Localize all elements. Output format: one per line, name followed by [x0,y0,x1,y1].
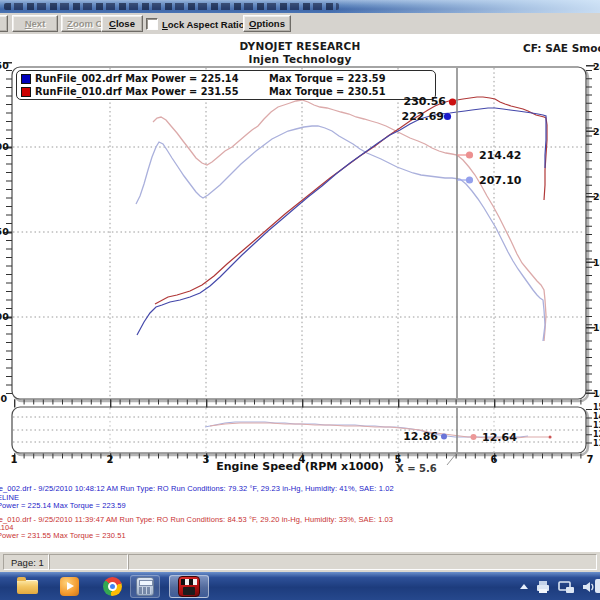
run2-info-line3: Power = 231.55 Max Torque = 230.51 [0,531,126,540]
report-subtitle: Injen Technology [0,53,600,65]
lock-aspect-ratio-checkbox[interactable] [146,18,158,30]
taskbar-chrome-button[interactable] [97,575,127,598]
legend-swatch-run002 [21,74,31,84]
y-left-tick-50: 50 [0,393,7,404]
y-left-tick-250: 250 [0,60,7,71]
legend-run002-torque: Max Torque = 223.59 [269,73,386,84]
close-button-label: Close [102,18,142,29]
y-right-tick-240: 240 [593,61,600,72]
system-tray [520,575,596,598]
window-title [4,3,339,10]
report-company: DYNOJET RESEARCH [0,40,600,52]
window-titlebar[interactable] [0,0,600,13]
legend-run002-power: RunFile_002.drf Max Power = 225.14 [35,73,269,84]
afr-run010-value: 12.64 [482,431,517,444]
report-page [0,34,600,551]
y-right-tick-140: 140 [593,388,600,399]
x-tick-7: 7 [580,454,600,465]
y-right-tick-160: 160 [593,322,600,333]
afr-right-tick-13: 13 [593,421,600,430]
y-right-tick-180: 180 [593,257,600,268]
status-page-cell: Page: 1 [3,554,49,570]
volume-icon[interactable] [582,580,596,594]
afr-right-tick-11: 11 [593,439,600,448]
status-bar: Page: 1 [0,551,600,573]
y-right-tick-220: 220 [593,126,600,137]
legend-run010-torque: Max Torque = 230.51 [269,86,386,97]
lock-aspect-ratio-label[interactable]: Lock Aspect Ratio [162,19,245,30]
prev-button[interactable] [0,15,8,32]
toolbar: Next Zoom Out Close Lock Aspect Ratio Op… [0,13,600,35]
legend-row-run010: RunFile_010.drf Max Power = 231.55 Max T… [21,85,435,98]
legend-swatch-run010 [21,87,31,97]
afr-run002-value: 12.86 [398,430,438,443]
x-tick-2: 2 [100,454,120,465]
y-left-tick-100: 100 [0,311,7,322]
status-cell-2 [49,554,128,570]
status-page-label: Page: 1 [11,557,44,568]
media-player-icon [60,577,79,596]
network-display-icon[interactable] [558,580,575,594]
dynojet-app-icon [178,576,200,597]
x-tick-5: 5 [388,454,408,465]
taskbar [0,572,600,600]
printer-icon[interactable] [535,580,551,594]
run2-info-line1: le_010.drf - 9/25/2010 11:39:47 AM Run T… [0,515,393,524]
afr-right-tick-12: 12 [593,430,600,439]
x-tick-4: 4 [292,454,312,465]
screen: { "window": { "title_legible": false }, … [0,0,600,600]
legend-row-run002: RunFile_002.drf Max Power = 225.14 Max T… [21,72,435,85]
run1-info-line3: Power = 225.14 Max Torque = 223.59 [0,501,126,510]
taskbar-dynojet-button[interactable] [169,575,209,598]
x-tick-3: 3 [196,454,216,465]
folder-icon [17,580,38,594]
options-button-label: Options [244,18,290,29]
next-button-label: Next [13,18,57,29]
torque-run002-value: 207.10 [479,174,521,187]
y-left-tick-150: 150 [0,226,7,237]
taskbar-calculator-button[interactable] [130,575,160,598]
taskbar-media-player-button[interactable] [54,575,84,598]
chart-legend: RunFile_002.drf Max Power = 225.14 Max T… [16,70,436,100]
taskbar-explorer-button[interactable] [12,575,42,598]
lock-aspect-ratio-group: Lock Aspect Ratio [146,16,245,32]
run1-info-line1: le_002.drf - 9/25/2010 10:48:12 AM Run T… [0,484,394,493]
y-left-tick-200: 200 [0,141,7,152]
torque-run010-value: 214.42 [479,149,521,162]
options-button[interactable]: Options [243,15,291,32]
afr-right-tick-14: 14 [593,412,600,421]
afr-right-tick-15: 15 [593,403,600,412]
tray-clipped-icon[interactable] [595,579,600,593]
correction-factor-label: CF: SAE Smoothing [523,42,600,54]
status-cell-3 [128,554,597,570]
calculator-icon [136,577,154,596]
legend-run010-power: RunFile_010.drf Max Power = 231.55 [35,86,269,97]
x-tick-6: 6 [484,454,504,465]
tray-show-hidden-icons-caret[interactable] [520,584,528,589]
next-button[interactable]: Next [12,15,58,32]
power-run010-value: 230.56 [398,95,446,108]
power-run002-value: 222.69 [398,110,444,123]
close-button[interactable]: Close [101,15,143,32]
chrome-icon [103,577,122,596]
x-tick-1: 1 [4,454,24,465]
y-right-tick-200: 200 [593,191,600,202]
